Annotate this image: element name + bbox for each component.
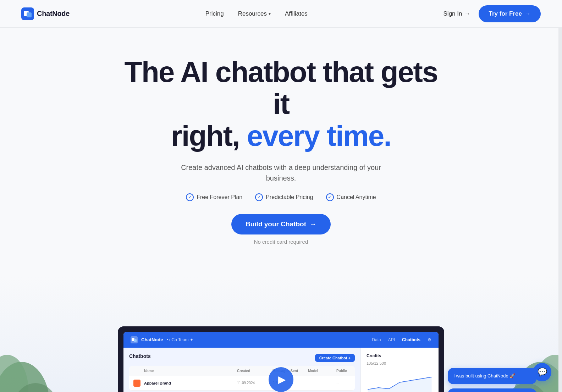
row-public: ··· [336, 381, 351, 385]
app-main: Chatbots Create Chatbot + Name Created M… [123, 348, 360, 392]
badge-cancel-anytime: ✓ Cancel Anytime [326, 193, 376, 201]
app-team-label: • eCo Team ✦ [166, 337, 193, 342]
sign-in-link[interactable]: Sign In → [443, 10, 470, 17]
hero-cta: Build your Chatbot → No credit card requ… [231, 214, 331, 245]
app-nav-data: Data [372, 337, 381, 342]
build-chatbot-button[interactable]: Build your Chatbot → [231, 214, 331, 234]
navbar-right: Sign In → Try for Free → [443, 5, 541, 22]
app-sidebar: Credits 105/12 500 Sep 1 Oct 1 Team ⚙ [360, 348, 439, 392]
credits-chart: Sep 1 Oct 1 [367, 368, 433, 392]
row-brand-icon [133, 380, 140, 387]
laptop-and-chat: ChatNode • eCo Team ✦ Data API Chatbots … [118, 326, 444, 392]
svg-rect-2 [27, 12, 32, 17]
arrow-right-icon: → [525, 10, 531, 17]
resources-chevron-icon: ▾ [269, 11, 271, 16]
nav-affiliates[interactable]: Affiliates [285, 10, 308, 17]
nav-resources[interactable]: Resources ▾ [238, 10, 271, 17]
svg-rect-13 [134, 339, 137, 342]
chatnode-logo-icon [21, 7, 34, 20]
row-name: Apparel Brand [144, 381, 237, 385]
svg-marker-14 [368, 377, 432, 392]
navbar-center: Pricing Resources ▾ Affiliates [205, 10, 308, 17]
arrow-right-icon: → [464, 10, 470, 17]
app-header-left: ChatNode • eCo Team ✦ [131, 336, 193, 343]
try-free-button[interactable]: Try for Free → [479, 5, 541, 22]
app-nav-settings: ⚙ [428, 337, 431, 342]
hero-title: The AI chatbot that gets it right, every… [121, 56, 441, 152]
demo-inner: ChatNode • eCo Team ✦ Data API Chatbots … [0, 326, 562, 392]
navbar: ChatNode Pricing Resources ▾ Affiliates … [0, 0, 562, 28]
no-credit-card-label: No credit card required [254, 239, 308, 245]
chat-bubble-2: You can build your bot too by signing up… [448, 388, 536, 392]
app-header-nav: Data API Chatbots ⚙ [372, 337, 431, 342]
table-row: Apparel Brand 11.09.2024 2/590 ··· [129, 376, 355, 391]
check-icon-2: ✓ [255, 193, 263, 201]
table-header: Name Created Messages Sent Model Public [129, 366, 355, 376]
app-section-title: Chatbots [129, 353, 151, 359]
app-chatbots-table: Name Created Messages Sent Model Public … [129, 366, 355, 391]
app-toolbar: Chatbots Create Chatbot + [129, 353, 355, 363]
app-nav-chatbots: Chatbots [402, 337, 420, 342]
logo-link[interactable]: ChatNode [21, 7, 70, 20]
nav-pricing[interactable]: Pricing [205, 10, 224, 17]
app-nav-api: API [388, 337, 395, 342]
arrow-right-icon: → [310, 220, 316, 228]
check-icon-1: ✓ [186, 193, 194, 201]
chat-bubbles: I was built using ChatNode 🚀 You can bui… [448, 368, 536, 392]
play-icon: ▶ [278, 374, 286, 385]
brand-name: ChatNode [37, 10, 70, 18]
app-logo-icon [131, 336, 138, 343]
hero-section: The AI chatbot that gets it right, every… [0, 28, 562, 266]
credits-count: 105/12 500 [367, 361, 433, 365]
app-create-chatbot-button[interactable]: Create Chatbot + [315, 354, 355, 362]
demo-section: ChatNode • eCo Team ✦ Data API Chatbots … [0, 277, 562, 392]
hero-subtitle: Create advanced AI chatbots with a deep … [175, 162, 387, 183]
app-brand-label: ChatNode [141, 337, 163, 342]
hero-badges: ✓ Free Forever Plan ✓ Predictable Pricin… [186, 193, 376, 201]
check-icon-3: ✓ [326, 193, 334, 201]
chat-bubble-1: I was built using ChatNode 🚀 [448, 368, 536, 384]
app-header: ChatNode • eCo Team ✦ Data API Chatbots … [123, 332, 439, 348]
row-created: 11.09.2024 [237, 381, 272, 385]
badge-predictable-pricing: ✓ Predictable Pricing [255, 193, 313, 201]
badge-free-forever: ✓ Free Forever Plan [186, 193, 242, 201]
play-button[interactable]: ▶ [269, 367, 293, 392]
credits-title: Credits [367, 353, 433, 358]
